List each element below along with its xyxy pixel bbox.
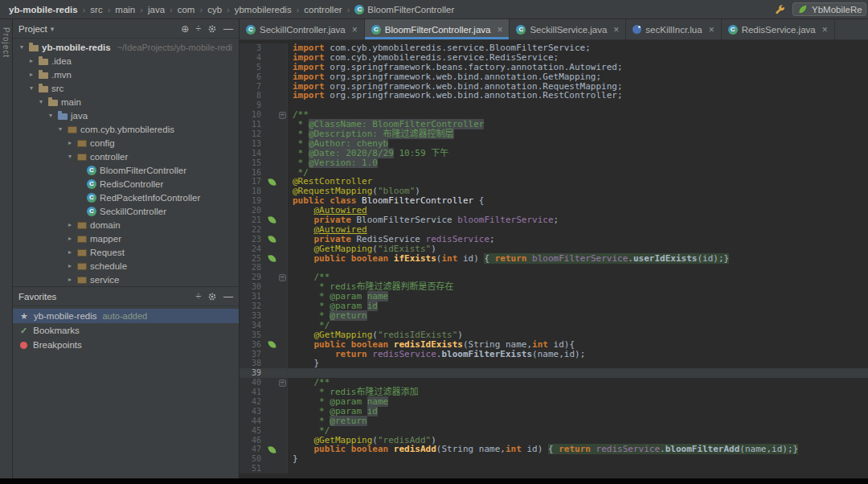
fold-collapse-icon[interactable]: − [279,112,286,119]
tree-item[interactable]: ▾java [13,109,239,122]
tree-item[interactable]: ▾main [13,95,239,109]
hide-panel-icon[interactable]: — [223,292,233,301]
chevron-open-icon[interactable]: ▾ [56,125,64,133]
line-number[interactable]: 33 [240,311,265,321]
chevron-down-icon[interactable]: ▾ [51,25,55,33]
line-number[interactable]: 39 [240,368,265,378]
line-number[interactable]: 7 [240,82,265,92]
locate-icon[interactable]: ⊕ [181,24,189,34]
line-number[interactable]: 6 [240,72,265,82]
settings-gear-icon[interactable] [207,292,217,301]
chevron-open-icon[interactable]: ▾ [47,112,55,119]
editor-tab[interactable]: CBloomFilterController.java× [365,19,510,39]
line-number[interactable]: 19 [240,196,265,206]
editor-tab[interactable]: secKillIncr.lua× [626,19,721,39]
line-number[interactable]: 41 [240,388,265,397]
chevron-open-icon[interactable]: ▾ [66,153,74,160]
line-number[interactable]: 13 [240,139,265,149]
line-number[interactable]: 43 [240,407,265,416]
line-number[interactable]: 12 [240,129,265,139]
line-number[interactable]: 51 [240,464,265,474]
line-number[interactable]: 25 [240,254,265,264]
tree-item[interactable]: ▸.mvn [13,68,239,81]
editor-tab[interactable]: CSeckillService.java× [510,19,626,39]
hide-panel-icon[interactable]: — [223,24,233,34]
chevron-closed-icon[interactable]: ▸ [27,71,35,78]
line-number[interactable]: 44 [240,416,265,426]
line-number[interactable]: 30 [240,282,265,292]
code-line[interactable]: 8import org.springframework.web.bind.ann… [240,91,868,100]
line-number[interactable]: 31 [240,292,265,301]
tree-item[interactable]: ▸domain [13,218,239,232]
code-line[interactable]: 37 return redisService.bloomFilterExists… [240,350,868,359]
tree-item[interactable]: CRedisController [13,177,239,191]
breadcrumb-item[interactable]: CBloomFilterController [352,4,457,15]
breadcrumb-item[interactable]: cyb [205,4,224,15]
wrench-icon[interactable] [774,4,785,15]
line-number[interactable]: 40 [240,378,265,388]
line-number[interactable]: 10 [240,110,265,120]
tree-item[interactable]: ▾yb-mobile-redis~/IdeaProjects/yb-mobile… [13,40,239,54]
line-number[interactable]: 24 [240,244,265,254]
line-number[interactable]: 37 [240,350,265,359]
close-icon[interactable]: × [497,24,502,35]
line-number[interactable]: 22 [240,225,265,235]
code-line[interactable]: 13 * @Author: chenyb [240,139,868,149]
line-number[interactable]: 18 [240,187,265,196]
line-number[interactable]: 21 [240,215,265,225]
chevron-closed-icon[interactable]: ▸ [27,57,35,64]
line-number[interactable]: 34 [240,321,265,330]
tree-item[interactable]: CSeckillController [13,204,239,218]
code-line[interactable]: 43 * @param id [240,407,868,416]
tree-item[interactable]: ▾com.cyb.ybmobileredis [13,122,239,136]
favorites-item[interactable]: ★yb-mobile-redisauto-added [13,309,239,323]
tree-item[interactable]: ▸schedule [13,259,239,273]
code-editor[interactable]: 3import com.cyb.ybmobileredis.service.Bl… [240,40,868,478]
tree-item[interactable]: ▸mapper [13,232,239,245]
fold-collapse-icon[interactable]: − [279,379,286,387]
line-number[interactable]: 45 [240,426,265,436]
close-icon[interactable]: × [822,24,828,35]
settings-gear-icon[interactable] [207,24,217,34]
tree-item[interactable]: ▸service [13,273,239,286]
line-number[interactable]: 23 [240,235,265,244]
collapse-all-icon[interactable]: ÷ [195,292,201,301]
line-number[interactable]: 38 [240,359,265,368]
breadcrumb-item[interactable]: controller [301,4,344,15]
line-number[interactable]: 15 [240,158,265,168]
favorites-panel-title[interactable]: Favorites [18,292,56,301]
breadcrumb-item[interactable]: yb-mobile-redis [6,4,80,15]
code-line[interactable]: 15 * @Version: 1.0 [240,158,868,168]
code-line[interactable]: 28 [240,263,868,273]
line-number[interactable]: 50 [240,454,265,464]
line-number[interactable]: 9 [240,100,265,110]
breadcrumb-item[interactable]: com [175,4,198,15]
line-number[interactable]: 3 [240,43,265,53]
line-number[interactable]: 29 [240,273,265,282]
code-line[interactable]: 14 * @Date: 2020/8/29 10:59 下午 [240,149,868,158]
line-number[interactable]: 5 [240,63,265,72]
code-line[interactable]: 50} [240,454,868,464]
tree-item[interactable]: ▸config [13,136,239,150]
line-number[interactable]: 36 [240,340,265,350]
tree-item[interactable]: CBloomFilterController [13,163,239,177]
chevron-closed-icon[interactable]: ▸ [66,139,74,146]
chevron-open-icon[interactable]: ▾ [27,84,35,92]
chevron-open-icon[interactable]: ▾ [18,43,26,51]
fold-collapse-icon[interactable]: − [279,274,286,281]
fold-marker[interactable]: − [278,273,288,282]
line-number[interactable]: 47 [240,445,265,454]
code-line[interactable]: 25 public boolean ifExists(int id) { ret… [240,254,868,264]
chevron-closed-icon[interactable]: ▸ [66,221,74,228]
tree-item[interactable]: ▸Request [13,245,239,259]
line-number[interactable]: 20 [240,206,265,215]
fold-marker[interactable]: − [278,378,288,388]
tree-item[interactable]: CRedPacketInfoController [13,191,239,204]
code-line[interactable]: 47 public boolean redisAdd(String name,i… [240,445,868,454]
tree-item[interactable]: ▾controller [13,150,239,163]
line-number[interactable]: 17 [240,177,265,187]
line-number[interactable]: 14 [240,149,265,158]
collapse-all-icon[interactable]: ÷ [195,24,201,34]
tree-item[interactable]: ▾src [13,81,239,95]
code-line[interactable]: 38 } [240,359,868,368]
